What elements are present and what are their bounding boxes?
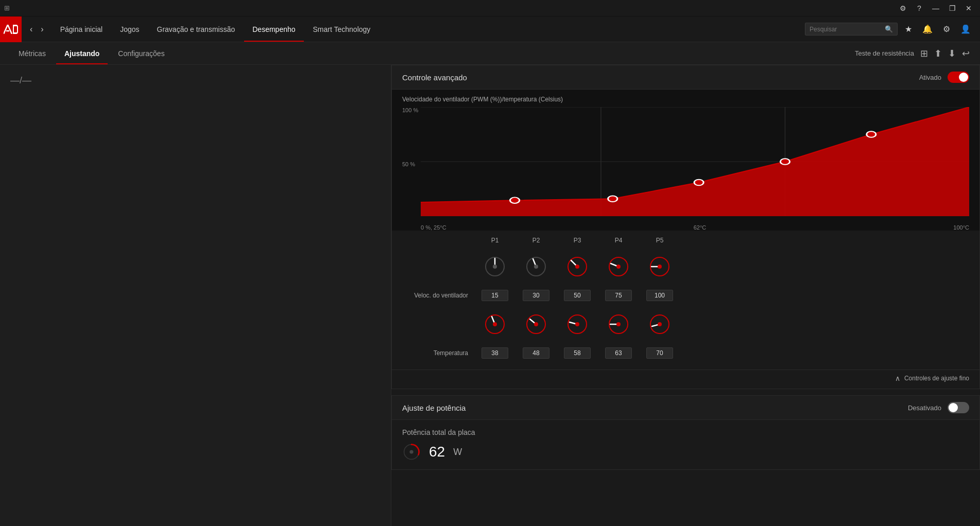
nav-forward-btn[interactable]: › <box>38 23 46 36</box>
section-header-controle: Controle avançado Ativado <box>392 65 979 90</box>
fan-knob-svg-p3[interactable] <box>567 256 588 277</box>
svg-point-15 <box>616 265 621 269</box>
chart-y-label-100: 100 % <box>402 107 418 113</box>
undo-btn[interactable]: ↩ <box>962 48 970 59</box>
fan-knob-svg-p2[interactable] <box>526 256 546 277</box>
label-p4: P4 <box>615 237 623 244</box>
chart-point-p3[interactable] <box>694 180 703 186</box>
navbar: ‹ › Página inicial Jogos Gravação e tran… <box>0 16 980 42</box>
fan-knob-svg-p1[interactable] <box>485 256 505 277</box>
temp-val-p4 <box>598 347 639 359</box>
svg-rect-0 <box>14 26 17 32</box>
titlebar-minimize-btn[interactable]: — <box>929 1 943 15</box>
fan-knob-svg-p4[interactable] <box>608 256 629 277</box>
left-panel: —/— <box>0 65 391 526</box>
chart-point-p5[interactable] <box>867 131 876 137</box>
controle-avancado-section: Controle avançado Ativado Velocidade do … <box>391 65 980 389</box>
fan-knob-p5 <box>639 256 680 277</box>
nav-item-gravacao[interactable]: Gravação e transmissão <box>149 16 244 42</box>
fan-knob-p3 <box>557 256 598 277</box>
fan-speed-val-p1 <box>474 290 515 301</box>
label-p2: P2 <box>532 237 540 244</box>
fan-knob-p2 <box>515 256 557 277</box>
right-panel: Controle avançado Ativado Velocidade do … <box>391 65 980 526</box>
fan-speed-input-p2[interactable] <box>523 290 549 301</box>
power-knob-svg[interactable] <box>402 443 421 461</box>
subnav: Métricas Ajustando Configurações Teste d… <box>0 42 980 65</box>
point-labels-row: P1 P2 P3 P4 P5 <box>402 237 969 248</box>
temp-knob-svg-p1[interactable] <box>485 314 505 335</box>
controle-avancado-title: Controle avançado <box>402 73 467 82</box>
subnav-ajustando[interactable]: Ajustando <box>56 42 108 64</box>
col-p1: P1 <box>474 237 515 248</box>
notifications-btn[interactable]: 🔔 <box>919 22 936 36</box>
amd-logo <box>0 16 22 42</box>
chart-point-p1[interactable] <box>510 197 519 203</box>
fan-speed-val-p4 <box>598 290 639 301</box>
chart-x-label-100: 100°C <box>953 224 969 231</box>
titlebar-help-btn[interactable]: ? <box>912 1 926 15</box>
nav-item-desempenho[interactable]: Desempenho <box>244 16 303 42</box>
temp-knob-svg-p4[interactable] <box>608 314 629 335</box>
nav-item-home[interactable]: Página inicial <box>52 16 111 42</box>
controle-avancado-toggle[interactable] <box>948 72 969 83</box>
svg-point-9 <box>493 265 497 269</box>
nav-back-btn[interactable]: ‹ <box>27 23 36 36</box>
fan-speed-val-p2 <box>515 290 557 301</box>
power-toggle[interactable] <box>948 402 969 413</box>
subnav-configuracoes[interactable]: Configurações <box>110 42 173 64</box>
fan-speed-input-p3[interactable] <box>564 290 591 301</box>
fan-knob-svg-p5[interactable] <box>649 256 670 277</box>
label-p3: P3 <box>574 237 581 244</box>
export-btn[interactable]: ⬆ <box>934 48 942 59</box>
subnav-metricas[interactable]: Métricas <box>10 42 54 64</box>
power-content: Potência total da placa 62 W <box>392 420 979 469</box>
controle-avancado-status: Ativado <box>919 74 941 81</box>
temp-input-p2[interactable] <box>523 347 549 359</box>
temp-val-p1 <box>474 347 515 359</box>
col-p5: P5 <box>639 237 680 248</box>
fan-speed-input-p5[interactable] <box>646 290 673 301</box>
account-btn[interactable]: 👤 <box>957 22 974 36</box>
nav-right: 🔍 ★ 🔔 ⚙ 👤 <box>805 22 980 36</box>
power-status-label: Desativado <box>908 404 941 412</box>
chart-point-p2[interactable] <box>608 196 617 202</box>
temp-input-p3[interactable] <box>564 347 591 359</box>
stress-test-label: Teste de resistência <box>855 49 914 57</box>
temp-knob-svg-p2[interactable] <box>526 314 546 335</box>
temp-input-p4[interactable] <box>605 347 632 359</box>
power-section-right: Desativado <box>908 402 969 413</box>
favorites-btn[interactable]: ★ <box>902 22 915 36</box>
svg-point-27 <box>658 322 662 326</box>
titlebar-maximize-btn[interactable]: ❐ <box>945 1 959 15</box>
fan-speed-knobs-row <box>402 256 969 277</box>
nav-item-jogos[interactable]: Jogos <box>112 16 147 42</box>
chart-point-p4[interactable] <box>780 159 789 165</box>
main-content: —/— Controle avançado Ativado Velocidade… <box>0 65 980 526</box>
fine-controls-label: Controles de ajuste fino <box>904 375 969 382</box>
titlebar-settings-btn[interactable]: ⚙ <box>896 1 910 15</box>
temp-knob-p1 <box>474 314 515 335</box>
temp-input-p5[interactable] <box>646 347 673 359</box>
titlebar-close-btn[interactable]: ✕ <box>961 1 976 15</box>
temperatura-label: Temperatura <box>402 343 474 363</box>
temp-val-p3 <box>557 347 598 359</box>
search-input[interactable] <box>810 26 882 33</box>
settings-btn[interactable]: ⚙ <box>940 22 953 36</box>
temp-knob-svg-p3[interactable] <box>567 314 588 335</box>
chart-area: 100 % 50 % <box>402 107 969 231</box>
temp-knob-p4 <box>598 314 639 335</box>
search-box[interactable]: 🔍 <box>805 23 898 36</box>
temp-input-p1[interactable] <box>482 347 508 359</box>
temp-knob-svg-p5[interactable] <box>649 314 670 335</box>
titlebar-icon: ⊞ <box>4 4 10 12</box>
fan-speed-input-p4[interactable] <box>605 290 632 301</box>
power-total-label: Potência total da placa <box>402 428 969 436</box>
fan-speed-input-p1[interactable] <box>482 290 508 301</box>
fine-controls-bar[interactable]: ∧ Controles de ajuste fino <box>392 370 979 389</box>
nav-item-smart[interactable]: Smart Technology <box>305 16 379 42</box>
fan-knob-p4 <box>598 256 639 277</box>
stress-test-btn[interactable]: ⊞ <box>920 48 928 59</box>
temp-knob-p5 <box>639 314 680 335</box>
import-btn[interactable]: ⬇ <box>948 48 956 59</box>
